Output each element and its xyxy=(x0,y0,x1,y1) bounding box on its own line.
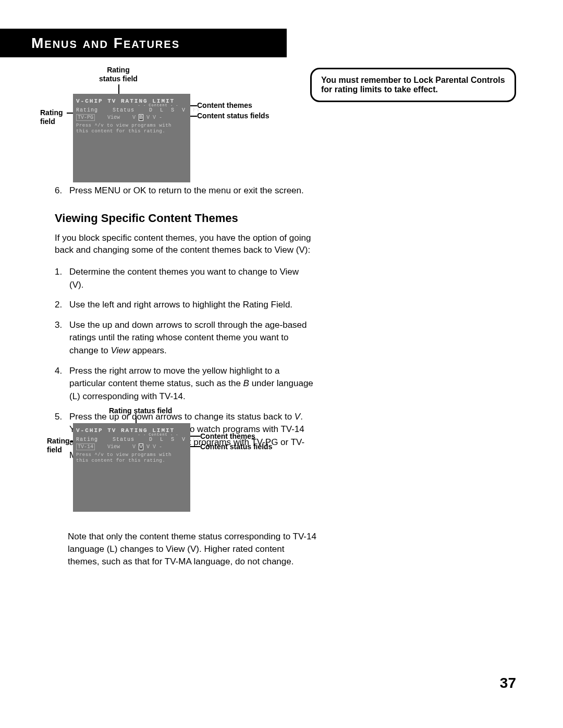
tv-header-row: Rating Status D L S V FV xyxy=(76,437,188,442)
label-content-themes-2: Content themes xyxy=(200,432,255,441)
rating-cell: TV-14 xyxy=(76,443,95,450)
label-rating-field: Rating field xyxy=(40,108,63,126)
page-number: 37 xyxy=(500,675,516,692)
step-text: Press MENU or OK to return to the menu o… xyxy=(69,186,304,196)
label-rating-status-2: Rating status field xyxy=(109,406,172,415)
callout-line xyxy=(67,113,73,114)
list-item: 4.Press the right arrow to move the yell… xyxy=(55,365,315,403)
tv-screen-1: V-CHIP TV RATING LIMIT - - Content - - R… xyxy=(73,94,190,182)
screen-block-2: Rating status field Rating field Content… xyxy=(52,409,292,512)
rating-cell: TV-PG xyxy=(76,114,95,121)
list-item: 1.Determine the content themes you want … xyxy=(55,266,315,291)
screen-block-1: Rating status field Rating field Content… xyxy=(52,68,292,182)
note-box: You must remember to Lock Parental Contr… xyxy=(310,68,516,102)
label-content-themes: Content themes xyxy=(197,101,252,110)
closing-note: Note that only the content theme status … xyxy=(68,530,318,567)
tv-hint: Press ^/v to view programs withthis cont… xyxy=(76,123,188,134)
tv-screen-2: V-CHIP TV RATING LIMIT - - Content - - R… xyxy=(73,423,190,512)
label-rating-field-2: Rating field xyxy=(47,437,70,454)
tv-header-row: Rating Status D L S V FV xyxy=(76,107,188,113)
step-6: 6. Press MENU or OK to return to the men… xyxy=(55,186,315,196)
list-item: 3.Use the up and down arrows to scroll t… xyxy=(55,319,315,357)
label-content-status-2: Content status fields xyxy=(200,442,272,451)
label-rating-status: Rating status field xyxy=(99,66,138,83)
label-content-status: Content status fields xyxy=(197,112,269,120)
step-num: 6. xyxy=(55,186,69,196)
callout-line xyxy=(118,84,119,94)
page-title: Menus and Features xyxy=(31,35,180,52)
tv-data-row: TV-14 View V V V V - xyxy=(76,443,188,450)
section-heading: Viewing Specific Content Themes xyxy=(55,212,315,225)
list-item: 2.Use the left and right arrows to highl… xyxy=(55,299,315,312)
intro-paragraph: If you block specific content themes, yo… xyxy=(55,232,315,256)
note-box-text: You must remember to Lock Parental Contr… xyxy=(321,76,505,94)
header-bar: Menus and Features xyxy=(0,29,287,57)
callout-line xyxy=(136,416,137,423)
tv-data-row: TV-PG View V B V V - xyxy=(76,114,188,121)
tv-hint: Press ^/v to view programs withthis cont… xyxy=(76,452,188,464)
